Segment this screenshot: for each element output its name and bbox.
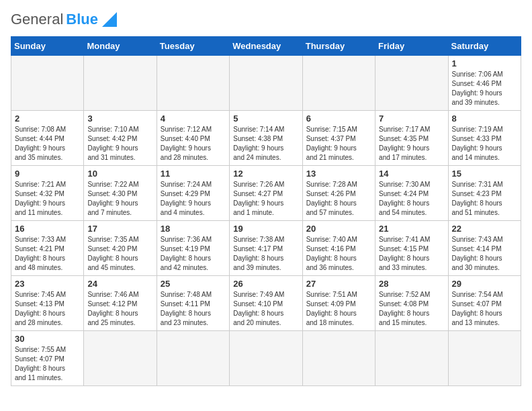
day-info: Sunrise: 7:41 AM Sunset: 4:15 PM Dayligh…: [379, 235, 444, 273]
calendar-cell: 2Sunrise: 7:08 AM Sunset: 4:44 PM Daylig…: [11, 111, 84, 166]
day-info: Sunrise: 7:43 AM Sunset: 4:14 PM Dayligh…: [452, 235, 517, 273]
calendar-week-1: 1Sunrise: 7:06 AM Sunset: 4:46 PM Daylig…: [11, 56, 521, 111]
logo-triangle-icon: [102, 12, 117, 27]
calendar-cell: [230, 56, 302, 111]
day-number: 19: [233, 224, 298, 234]
calendar-cell: 12Sunrise: 7:26 AM Sunset: 4:27 PM Dayli…: [230, 166, 302, 221]
calendar-cell: 23Sunrise: 7:45 AM Sunset: 4:13 PM Dayli…: [11, 276, 84, 331]
day-number: 26: [233, 279, 298, 289]
day-info: Sunrise: 7:17 AM Sunset: 4:35 PM Dayligh…: [379, 125, 444, 163]
calendar-cell: 18Sunrise: 7:36 AM Sunset: 4:19 PM Dayli…: [157, 221, 229, 276]
day-info: Sunrise: 7:28 AM Sunset: 4:26 PM Dayligh…: [306, 180, 371, 218]
day-info: Sunrise: 7:51 AM Sunset: 4:09 PM Dayligh…: [306, 290, 371, 328]
day-number: 13: [306, 169, 371, 179]
day-number: 4: [161, 113, 226, 124]
day-info: Sunrise: 7:22 AM Sunset: 4:30 PM Dayligh…: [87, 180, 152, 218]
day-number: 11: [161, 169, 226, 179]
day-info: Sunrise: 7:40 AM Sunset: 4:16 PM Dayligh…: [306, 235, 371, 273]
day-number: 21: [379, 224, 444, 234]
calendar-cell: 10Sunrise: 7:22 AM Sunset: 4:30 PM Dayli…: [84, 166, 157, 221]
calendar-cell: 14Sunrise: 7:30 AM Sunset: 4:24 PM Dayli…: [375, 166, 448, 221]
calendar-cell: 28Sunrise: 7:52 AM Sunset: 4:08 PM Dayli…: [375, 276, 448, 331]
day-info: Sunrise: 7:54 AM Sunset: 4:07 PM Dayligh…: [452, 290, 517, 328]
calendar-cell: 19Sunrise: 7:38 AM Sunset: 4:17 PM Dayli…: [230, 221, 302, 276]
calendar-cell: 16Sunrise: 7:33 AM Sunset: 4:21 PM Dayli…: [11, 221, 84, 276]
day-info: Sunrise: 7:24 AM Sunset: 4:29 PM Dayligh…: [161, 180, 226, 218]
calendar-cell: 22Sunrise: 7:43 AM Sunset: 4:14 PM Dayli…: [448, 221, 521, 276]
calendar-cell: 15Sunrise: 7:31 AM Sunset: 4:23 PM Dayli…: [448, 166, 521, 221]
calendar-cell: 9Sunrise: 7:21 AM Sunset: 4:32 PM Daylig…: [11, 166, 84, 221]
day-info: Sunrise: 7:30 AM Sunset: 4:24 PM Dayligh…: [379, 180, 444, 218]
day-info: Sunrise: 7:38 AM Sunset: 4:17 PM Dayligh…: [233, 235, 298, 273]
calendar-cell: 5Sunrise: 7:14 AM Sunset: 4:38 PM Daylig…: [230, 111, 302, 166]
weekday-header-wednesday: Wednesday: [230, 37, 302, 56]
day-number: 22: [452, 224, 517, 234]
calendar-cell: 21Sunrise: 7:41 AM Sunset: 4:15 PM Dayli…: [375, 221, 448, 276]
calendar-cell: [11, 56, 84, 111]
calendar-cell: 26Sunrise: 7:49 AM Sunset: 4:10 PM Dayli…: [230, 276, 302, 331]
day-info: Sunrise: 7:19 AM Sunset: 4:33 PM Dayligh…: [452, 125, 517, 163]
calendar-week-5: 23Sunrise: 7:45 AM Sunset: 4:13 PM Dayli…: [11, 276, 521, 331]
day-info: Sunrise: 7:12 AM Sunset: 4:40 PM Dayligh…: [161, 125, 226, 163]
calendar-cell: 25Sunrise: 7:48 AM Sunset: 4:11 PM Dayli…: [157, 276, 229, 331]
calendar-cell: 17Sunrise: 7:35 AM Sunset: 4:20 PM Dayli…: [84, 221, 157, 276]
calendar-cell: [448, 331, 521, 386]
calendar-cell: [375, 56, 448, 111]
day-number: 20: [306, 224, 371, 234]
header: General Blue: [11, 11, 521, 28]
day-number: 1: [452, 58, 517, 68]
day-number: 27: [306, 279, 371, 289]
day-number: 8: [452, 113, 517, 124]
calendar-week-3: 9Sunrise: 7:21 AM Sunset: 4:32 PM Daylig…: [11, 166, 521, 221]
calendar-cell: [84, 56, 157, 111]
day-number: 5: [233, 113, 298, 124]
calendar-cell: [84, 331, 157, 386]
day-number: 29: [452, 279, 517, 289]
weekday-header-thursday: Thursday: [302, 37, 375, 56]
day-number: 16: [15, 224, 80, 234]
logo-blue-text: Blue: [66, 11, 98, 28]
day-number: 30: [15, 334, 80, 344]
svg-marker-0: [102, 12, 117, 27]
day-info: Sunrise: 7:33 AM Sunset: 4:21 PM Dayligh…: [15, 235, 80, 273]
day-info: Sunrise: 7:55 AM Sunset: 4:07 PM Dayligh…: [15, 345, 80, 383]
day-number: 14: [379, 169, 444, 179]
day-number: 23: [15, 279, 80, 289]
day-number: 18: [161, 224, 226, 234]
logo-general-text: General: [11, 11, 63, 28]
weekday-header-saturday: Saturday: [448, 37, 521, 56]
weekday-header-sunday: Sunday: [11, 37, 84, 56]
day-number: 17: [87, 224, 152, 234]
day-info: Sunrise: 7:48 AM Sunset: 4:11 PM Dayligh…: [161, 290, 226, 328]
calendar-cell: 4Sunrise: 7:12 AM Sunset: 4:40 PM Daylig…: [157, 111, 229, 166]
day-info: Sunrise: 7:46 AM Sunset: 4:12 PM Dayligh…: [87, 290, 152, 328]
calendar-cell: 27Sunrise: 7:51 AM Sunset: 4:09 PM Dayli…: [302, 276, 375, 331]
calendar-cell: [302, 331, 375, 386]
day-info: Sunrise: 7:49 AM Sunset: 4:10 PM Dayligh…: [233, 290, 298, 328]
day-info: Sunrise: 7:06 AM Sunset: 4:46 PM Dayligh…: [452, 70, 517, 107]
day-number: 9: [15, 169, 80, 179]
day-number: 6: [306, 113, 371, 124]
calendar-cell: 8Sunrise: 7:19 AM Sunset: 4:33 PM Daylig…: [448, 111, 521, 166]
day-info: Sunrise: 7:45 AM Sunset: 4:13 PM Dayligh…: [15, 290, 80, 328]
weekday-header-tuesday: Tuesday: [157, 37, 229, 56]
calendar-cell: 7Sunrise: 7:17 AM Sunset: 4:35 PM Daylig…: [375, 111, 448, 166]
day-info: Sunrise: 7:08 AM Sunset: 4:44 PM Dayligh…: [15, 125, 80, 163]
day-number: 3: [87, 113, 152, 124]
day-number: 25: [161, 279, 226, 289]
day-info: Sunrise: 7:52 AM Sunset: 4:08 PM Dayligh…: [379, 290, 444, 328]
day-info: Sunrise: 7:36 AM Sunset: 4:19 PM Dayligh…: [161, 235, 226, 273]
day-info: Sunrise: 7:31 AM Sunset: 4:23 PM Dayligh…: [452, 180, 517, 218]
calendar-week-6: 30Sunrise: 7:55 AM Sunset: 4:07 PM Dayli…: [11, 331, 521, 386]
calendar-cell: 20Sunrise: 7:40 AM Sunset: 4:16 PM Dayli…: [302, 221, 375, 276]
day-number: 28: [379, 279, 444, 289]
calendar-cell: 6Sunrise: 7:15 AM Sunset: 4:37 PM Daylig…: [302, 111, 375, 166]
calendar-week-2: 2Sunrise: 7:08 AM Sunset: 4:44 PM Daylig…: [11, 111, 521, 166]
calendar-cell: 30Sunrise: 7:55 AM Sunset: 4:07 PM Dayli…: [11, 331, 84, 386]
calendar-cell: [302, 56, 375, 111]
calendar-cell: 11Sunrise: 7:24 AM Sunset: 4:29 PM Dayli…: [157, 166, 229, 221]
calendar-cell: 13Sunrise: 7:28 AM Sunset: 4:26 PM Dayli…: [302, 166, 375, 221]
calendar-cell: [375, 331, 448, 386]
day-info: Sunrise: 7:26 AM Sunset: 4:27 PM Dayligh…: [233, 180, 298, 218]
calendar-cell: 1Sunrise: 7:06 AM Sunset: 4:46 PM Daylig…: [448, 56, 521, 111]
